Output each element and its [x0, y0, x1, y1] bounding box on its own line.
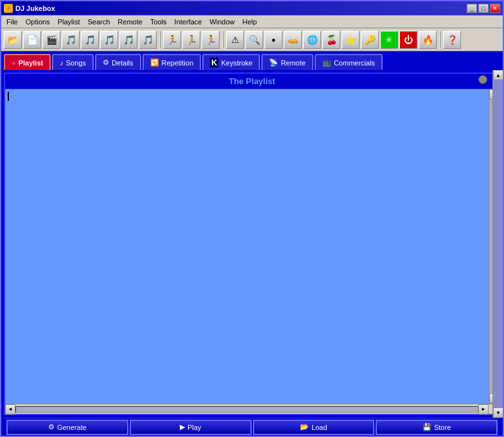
- app-window: ♪ DJ Jukebox _ □ ✕ File Options Playlist…: [0, 0, 504, 437]
- generate-label: Generate: [57, 424, 87, 431]
- toolbar-key[interactable]: 🔑: [361, 31, 379, 49]
- toolbar-note4[interactable]: 🎵: [119, 31, 137, 49]
- playlist-title: The Playlist: [5, 74, 499, 89]
- small-circle-button[interactable]: [478, 75, 487, 84]
- outer-scroll-down[interactable]: ▼: [493, 407, 503, 418]
- menu-bar: File Options Playlist Search Remote Tool…: [1, 15, 503, 28]
- tab-remote-icon: 📡: [269, 58, 278, 67]
- tab-playlist-label: Playlist: [19, 59, 44, 67]
- toolbar-note3[interactable]: 🎵: [100, 31, 118, 49]
- scroll-right-button[interactable]: ►: [478, 404, 489, 415]
- play-icon: ▶: [180, 423, 185, 431]
- maximize-button[interactable]: □: [478, 4, 489, 13]
- tab-repetition[interactable]: 🔁 Repetition: [143, 54, 202, 70]
- menu-tools[interactable]: Tools: [146, 15, 171, 28]
- tab-repetition-label: Repetition: [162, 59, 194, 67]
- tab-details-icon: ⚙: [103, 58, 109, 67]
- outer-scroll-track[interactable]: [493, 80, 503, 407]
- horizontal-scrollbar: ◄ ►: [5, 404, 499, 414]
- bottom-bar: ⚙ Generate ▶ Play 📂 Load 💾 Store: [4, 418, 500, 436]
- close-button[interactable]: ✕: [490, 4, 500, 13]
- content-area: The Playlist ▲ ▼ ◄ ►: [1, 70, 503, 418]
- tab-keystroke-icon: K: [210, 58, 218, 67]
- toolbar-globe[interactable]: 🌐: [303, 31, 321, 49]
- generate-button[interactable]: ⚙ Generate: [6, 420, 128, 435]
- toolbar-asterisk[interactable]: ✳: [380, 31, 398, 49]
- tab-commercials[interactable]: 📺 Commercials: [315, 54, 383, 70]
- toolbar-help[interactable]: ❓: [443, 31, 461, 49]
- generate-icon: ⚙: [48, 423, 55, 431]
- outer-scroll-up[interactable]: ▲: [493, 70, 503, 80]
- menu-search[interactable]: Search: [84, 15, 114, 28]
- toolbar-power[interactable]: ⏻: [399, 31, 417, 49]
- menu-remote[interactable]: Remote: [114, 15, 146, 28]
- tab-commercials-icon: 📺: [322, 58, 331, 67]
- load-button[interactable]: 📂 Load: [253, 420, 375, 435]
- play-button[interactable]: ▶ Play: [130, 420, 252, 435]
- toolbar-video[interactable]: 🎬: [42, 31, 60, 49]
- toolbar-pie[interactable]: 🥧: [284, 31, 302, 49]
- menu-interface[interactable]: Interface: [171, 15, 206, 28]
- tab-commercials-label: Commercials: [334, 59, 375, 67]
- tab-details[interactable]: ⚙ Details: [95, 54, 141, 70]
- scroll-left-button[interactable]: ◄: [5, 404, 15, 415]
- playlist-inner: ▲ ▼: [5, 89, 499, 404]
- toolbar-record[interactable]: ●: [265, 31, 282, 49]
- toolbar-separator-1: [159, 31, 161, 48]
- toolbar-separator-2: [222, 31, 223, 48]
- play-label: Play: [187, 424, 201, 431]
- store-label: Store: [434, 424, 451, 431]
- tabs-bar: ● Playlist ♪ Songs ⚙ Details 🔁 Repetitio…: [1, 51, 503, 70]
- toolbar-new[interactable]: 📄: [23, 31, 41, 49]
- toolbar-figure2[interactable]: 🏃: [182, 31, 200, 49]
- tab-keystroke-label: Keystroke: [221, 59, 252, 67]
- playlist-container: The Playlist ▲ ▼ ◄ ►: [4, 73, 500, 415]
- playlist-content[interactable]: [5, 89, 489, 404]
- outer-right-scrollbar: ▲ ▼: [492, 70, 503, 418]
- menu-playlist[interactable]: Playlist: [54, 15, 84, 28]
- toolbar-figure3[interactable]: 🏃: [202, 31, 220, 49]
- store-button[interactable]: 💾 Store: [376, 420, 498, 435]
- menu-options[interactable]: Options: [22, 15, 54, 28]
- app-icon: ♪: [4, 4, 13, 13]
- tab-songs-icon: ♪: [60, 59, 64, 67]
- tab-remote-label: Remote: [281, 59, 306, 67]
- store-icon: 💾: [422, 423, 431, 431]
- tab-playlist[interactable]: ● Playlist: [4, 54, 51, 70]
- toolbar-open-folder[interactable]: 📂: [4, 31, 22, 49]
- scroll-track-h[interactable]: [15, 406, 478, 413]
- toolbar-figure1[interactable]: 🏃: [163, 31, 181, 49]
- toolbar-note2[interactable]: 🎵: [81, 31, 99, 49]
- toolbar-alert[interactable]: ⚠: [226, 31, 244, 49]
- toolbar-note1[interactable]: 🎵: [62, 31, 80, 49]
- toolbar-note5[interactable]: 🎵: [139, 31, 157, 49]
- load-icon: 📂: [300, 423, 309, 431]
- title-bar: ♪ DJ Jukebox _ □ ✕: [1, 1, 503, 15]
- toolbar-flame[interactable]: 🔥: [419, 31, 437, 49]
- tab-details-label: Details: [112, 59, 134, 67]
- title-bar-controls: _ □ ✕: [467, 4, 500, 13]
- window-title: DJ Jukebox: [15, 4, 55, 12]
- text-cursor: [8, 92, 9, 101]
- menu-help[interactable]: Help: [239, 15, 261, 28]
- tab-remote[interactable]: 📡 Remote: [261, 54, 313, 70]
- toolbar: 📂 📄 🎬 🎵 🎵 🎵 🎵 🎵 🏃 🏃 🏃 ⚠ 🔍 ● 🥧 🌐 🍒 ⭐ 🔑 ✳ …: [1, 28, 503, 51]
- toolbar-search[interactable]: 🔍: [245, 31, 263, 49]
- minimize-button[interactable]: _: [467, 4, 477, 13]
- tab-playlist-icon: ●: [12, 59, 16, 67]
- tab-songs[interactable]: ♪ Songs: [52, 54, 94, 70]
- toolbar-separator-3: [439, 31, 440, 48]
- toolbar-cherry[interactable]: 🍒: [322, 31, 340, 49]
- tab-songs-label: Songs: [66, 59, 86, 67]
- menu-file[interactable]: File: [3, 15, 22, 28]
- tab-repetition-icon: 🔁: [150, 58, 159, 67]
- menu-window[interactable]: Window: [205, 15, 238, 28]
- toolbar-star[interactable]: ⭐: [342, 31, 360, 49]
- load-label: Load: [311, 424, 327, 431]
- tab-keystroke[interactable]: K Keystroke: [202, 54, 260, 70]
- title-bar-left: ♪ DJ Jukebox: [4, 4, 55, 13]
